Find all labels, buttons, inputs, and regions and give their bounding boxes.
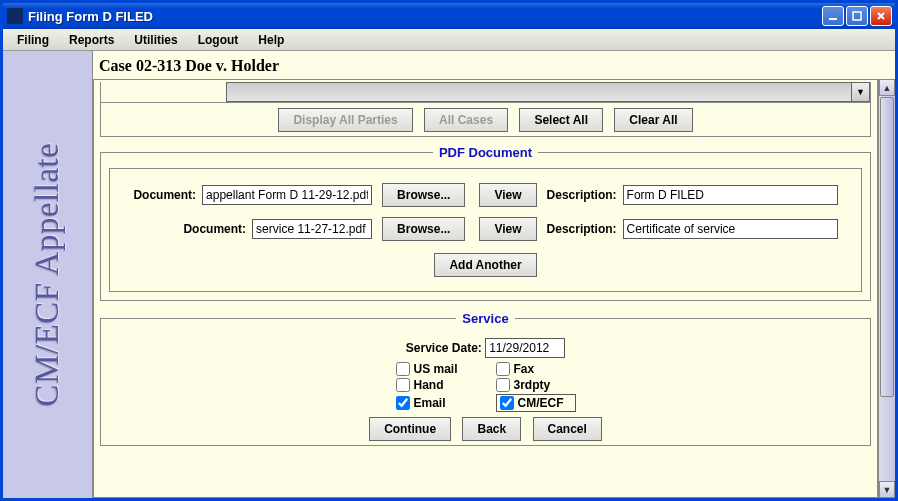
- chevron-down-icon[interactable]: ▼: [851, 83, 869, 101]
- fax-checkbox[interactable]: Fax: [496, 362, 576, 376]
- cancel-button[interactable]: Cancel: [533, 417, 602, 441]
- titlebar: Filing Form D FILED: [3, 3, 895, 29]
- select-all-button[interactable]: Select All: [519, 108, 603, 132]
- scroll-thumb[interactable]: [880, 97, 894, 397]
- continue-button[interactable]: Continue: [369, 417, 451, 441]
- description-label: Description:: [547, 222, 617, 236]
- add-another-button[interactable]: Add Another: [434, 253, 536, 277]
- description-label: Description:: [547, 188, 617, 202]
- checkbox-icon[interactable]: [396, 378, 410, 392]
- display-all-parties-button[interactable]: Display All Parties: [278, 108, 412, 132]
- scroll-up-icon[interactable]: ▲: [879, 79, 895, 96]
- scroll-down-icon[interactable]: ▼: [879, 481, 895, 498]
- pdf-legend: PDF Document: [433, 145, 538, 160]
- all-cases-button[interactable]: All Cases: [424, 108, 508, 132]
- document-description-input[interactable]: [623, 185, 838, 205]
- clear-all-button[interactable]: Clear All: [614, 108, 692, 132]
- checkbox-icon[interactable]: [496, 362, 510, 376]
- menu-utilities[interactable]: Utilities: [124, 30, 187, 50]
- window-title: Filing Form D FILED: [28, 9, 822, 24]
- document-file-input[interactable]: [252, 219, 372, 239]
- service-date-input[interactable]: [485, 338, 565, 358]
- view-button[interactable]: View: [479, 217, 536, 241]
- menubar: Filing Reports Utilities Logout Help: [3, 29, 895, 51]
- menu-logout[interactable]: Logout: [188, 30, 249, 50]
- browse-button[interactable]: Browse...: [382, 217, 465, 241]
- sidebar: CM/ECF Appellate: [3, 51, 93, 498]
- view-button[interactable]: View: [479, 183, 536, 207]
- document-label: Document:: [133, 188, 196, 202]
- thirdparty-checkbox[interactable]: 3rdpty: [496, 378, 576, 392]
- menu-filing[interactable]: Filing: [7, 30, 59, 50]
- maximize-button[interactable]: [846, 6, 868, 26]
- party-select[interactable]: ▼: [226, 82, 870, 102]
- checkbox-icon[interactable]: [500, 396, 514, 410]
- svg-rect-0: [829, 18, 837, 20]
- service-date-label: Service Date:: [406, 341, 482, 355]
- document-label: Document:: [183, 222, 246, 236]
- minimize-button[interactable]: [822, 6, 844, 26]
- vertical-scrollbar[interactable]: ▲ ▼: [878, 79, 895, 498]
- app-icon: [7, 8, 23, 24]
- document-row: Document: Browse... View Description:: [118, 217, 853, 241]
- sidebar-brand: CM/ECF Appellate: [29, 143, 66, 407]
- case-title: Case 02-313 Doe v. Holder: [93, 51, 895, 79]
- document-row: Document: Browse... View Description:: [118, 183, 853, 207]
- service-legend: Service: [456, 311, 514, 326]
- checkbox-icon[interactable]: [396, 362, 410, 376]
- hand-checkbox[interactable]: Hand: [396, 378, 476, 392]
- svg-rect-1: [853, 12, 861, 20]
- email-checkbox[interactable]: Email: [396, 394, 476, 412]
- us-mail-checkbox[interactable]: US mail: [396, 362, 476, 376]
- window-frame: Filing Form D FILED Filing Reports Utili…: [0, 0, 898, 501]
- back-button[interactable]: Back: [462, 417, 521, 441]
- checkbox-icon[interactable]: [396, 396, 410, 410]
- pdf-document-section: PDF Document Document: Browse... View De…: [100, 145, 871, 301]
- service-section: Service Service Date: US mail Fax Hand 3…: [100, 311, 871, 446]
- checkbox-icon[interactable]: [496, 378, 510, 392]
- menu-help[interactable]: Help: [248, 30, 294, 50]
- document-description-input[interactable]: [623, 219, 838, 239]
- main-pane: ▼ Display All Parties All Cases Select A…: [93, 79, 878, 498]
- cmecf-checkbox[interactable]: CM/ECF: [496, 394, 576, 412]
- document-file-input[interactable]: [202, 185, 372, 205]
- menu-reports[interactable]: Reports: [59, 30, 124, 50]
- close-button[interactable]: [870, 6, 892, 26]
- browse-button[interactable]: Browse...: [382, 183, 465, 207]
